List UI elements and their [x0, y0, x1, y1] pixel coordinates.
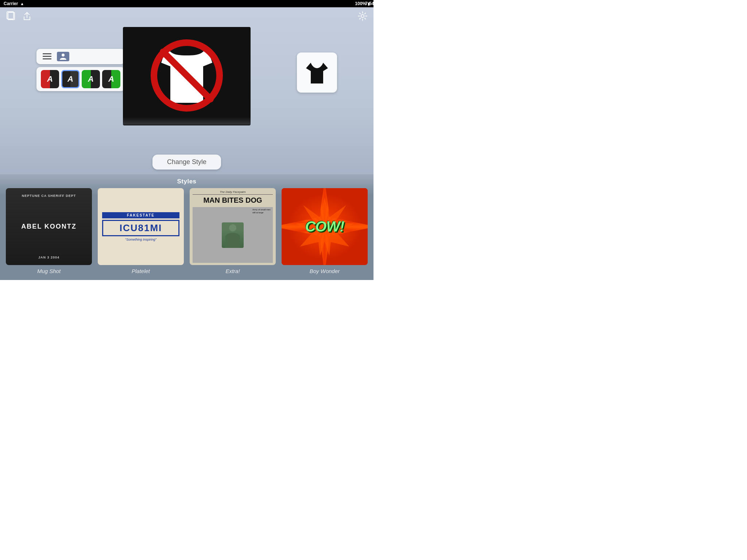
center-image-container: Change Style: [123, 27, 251, 170]
styles-grid: NEPTUNE CA SHERIFF DEPT ABEL KOONTZ JAN …: [0, 188, 374, 280]
mug-shot-thumb: NEPTUNE CA SHERIFF DEPT ABEL KOONTZ JAN …: [6, 188, 92, 265]
svg-rect-5: [43, 58, 51, 59]
status-left: Carrier ▲: [4, 1, 24, 6]
no-shirt-icon: [143, 32, 231, 120]
svg-point-6: [62, 54, 65, 57]
list-view-button[interactable]: [41, 52, 53, 61]
platelet-label: Platelet: [132, 268, 150, 274]
text-style-panel: A A A A ▶: [36, 67, 125, 91]
text-style-2-button[interactable]: A: [61, 70, 80, 88]
platelet-style-item[interactable]: FAKESTATE ICU81MI "Something Inspiring" …: [98, 188, 184, 274]
mug-shot-style-item[interactable]: NEPTUNE CA SHERIFF DEPT ABEL KOONTZ JAN …: [6, 188, 92, 274]
left-panel: ▶ A A A A ▶: [36, 49, 125, 91]
boy-wonder-style-item[interactable]: COW! Boy Wonder: [282, 188, 368, 274]
mugshot-date: JAN 3 2004: [38, 256, 59, 259]
right-panel: [297, 52, 337, 93]
toolbar-left: [6, 11, 32, 23]
plate-state: FAKESTATE: [102, 212, 179, 218]
paper-person-image: [222, 222, 244, 248]
settings-icon[interactable]: [357, 11, 368, 23]
mugshot-dept: NEPTUNE CA SHERIFF DEPT: [22, 194, 76, 198]
platelet-thumb: FAKESTATE ICU81MI "Something Inspiring": [98, 188, 184, 265]
person-view-button[interactable]: [57, 52, 69, 61]
paper-header: The Daily Facepalm: [193, 190, 273, 195]
mug-shot-label: Mug Shot: [37, 268, 61, 274]
plate-slogan: "Something Inspiring": [125, 238, 156, 241]
carrier-label: Carrier: [4, 1, 18, 6]
paper-image-area: Army of small men still at large: [193, 207, 273, 263]
no-shirt-svg: [147, 35, 227, 116]
paper-headline: MAN BITES DOG: [193, 196, 273, 204]
svg-rect-4: [43, 56, 51, 57]
app-container: ▶ A A A A ▶: [0, 7, 374, 280]
pages-icon[interactable]: [6, 11, 16, 23]
mugshot-name: ABEL KOONTZ: [21, 223, 77, 230]
shirt-icon: [304, 61, 330, 85]
text-style-4-button[interactable]: A: [102, 70, 120, 88]
image-reflection: [123, 117, 251, 125]
boy-wonder-thumb: COW!: [282, 188, 368, 265]
status-bar: Carrier ▲ 7:54 PM 100% ▮: [0, 0, 374, 7]
toolbar: [0, 7, 374, 27]
styles-header: Styles: [0, 174, 374, 188]
change-style-button[interactable]: Change Style: [152, 155, 221, 170]
share-icon[interactable]: [22, 11, 32, 23]
plate-number: ICU81MI: [102, 220, 179, 236]
svg-point-2: [361, 15, 364, 18]
bottom-section: Styles NEPTUNE CA SHERIFF DEPT ABEL KOON…: [0, 174, 374, 280]
battery-percent: 100%: [355, 1, 366, 6]
extra-style-item[interactable]: The Daily Facepalm MAN BITES DOG Army of…: [190, 188, 276, 274]
comic-text: COW!: [305, 218, 344, 235]
svg-rect-3: [43, 53, 51, 54]
text-style-1-button[interactable]: A: [41, 70, 59, 88]
extra-label: Extra!: [225, 268, 240, 274]
shirt-preview-button[interactable]: [297, 52, 337, 93]
svg-point-9: [229, 224, 236, 232]
status-time: 7:54 PM: [365, 1, 374, 6]
main-image[interactable]: [123, 27, 251, 125]
view-toggle: ▶: [36, 49, 125, 64]
extra-thumb: The Daily Facepalm MAN BITES DOG Army of…: [190, 188, 276, 265]
main-content: ▶ A A A A ▶: [0, 27, 374, 174]
text-style-3-button[interactable]: A: [82, 70, 100, 88]
wifi-icon: ▲: [20, 1, 24, 6]
boy-wonder-label: Boy Wonder: [310, 268, 340, 274]
paper-side-text: Army of small men still at large: [252, 209, 271, 214]
